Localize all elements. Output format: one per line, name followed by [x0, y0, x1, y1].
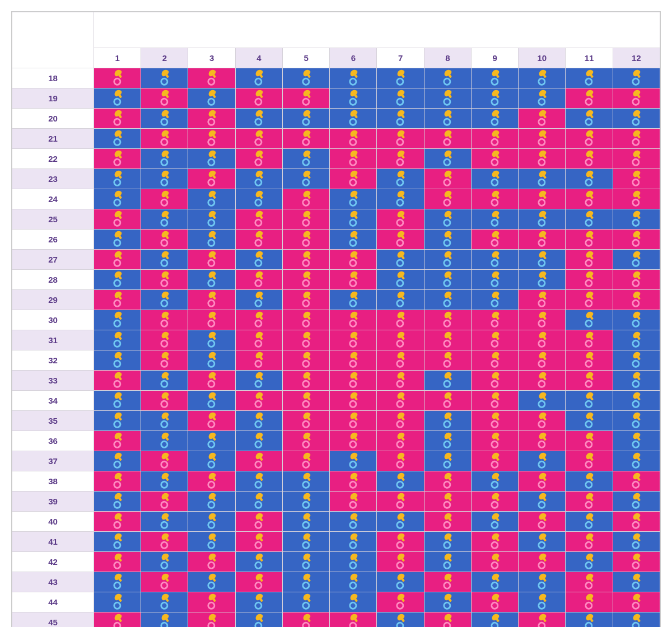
- chart-cell: [471, 149, 518, 169]
- chart-cell: [188, 471, 235, 492]
- pacifier-icon: [532, 571, 552, 590]
- chart-cell: [188, 431, 235, 451]
- pacifier-icon: [249, 228, 269, 247]
- chart-cell: [188, 371, 235, 391]
- header-spacer-row: [12, 12, 660, 48]
- pacifier-icon: [202, 349, 222, 368]
- table-row: 22: [12, 149, 660, 169]
- chart-cell: [424, 371, 471, 391]
- pacifier-icon: [438, 128, 458, 147]
- pacifier-icon: [296, 390, 316, 409]
- chart-cell: [471, 532, 518, 552]
- pacifier-icon: [155, 369, 175, 389]
- pacifier-icon: [202, 188, 222, 207]
- chart-cell: [188, 209, 235, 230]
- chart-cell: [566, 552, 613, 572]
- chart-cell: [235, 471, 282, 492]
- pacifier-icon: [485, 369, 505, 389]
- chart-cell: [613, 250, 660, 270]
- chart-cell: [613, 149, 660, 169]
- chart-cell: [94, 290, 141, 310]
- chart-cell: [471, 350, 518, 371]
- pacifier-icon: [108, 470, 128, 489]
- chart-cell: [282, 612, 329, 628]
- chart-cell: [282, 391, 329, 411]
- pacifier-icon: [485, 148, 505, 167]
- chart-cell: [330, 330, 377, 350]
- pacifier-icon: [202, 591, 222, 610]
- pacifier-icon: [296, 309, 316, 328]
- row-header: 43: [12, 572, 94, 592]
- pacifier-icon: [155, 87, 175, 106]
- row-header: 20: [12, 109, 94, 129]
- chart-cell: [377, 88, 424, 109]
- pacifier-icon: [249, 490, 269, 509]
- table-row: 40: [12, 512, 660, 532]
- pacifier-icon: [438, 329, 458, 348]
- chart-cell: [471, 411, 518, 431]
- pacifier-icon: [249, 410, 269, 429]
- pacifier-icon: [249, 470, 269, 489]
- pacifier-icon: [249, 511, 269, 530]
- chart-cell: [424, 572, 471, 592]
- pacifier-icon: [627, 531, 647, 550]
- chart-cell: [424, 411, 471, 431]
- chart-cell: [330, 290, 377, 310]
- pacifier-icon: [390, 148, 410, 167]
- table-row: 36: [12, 431, 660, 451]
- pacifier-icon: [343, 249, 363, 268]
- pacifier-icon: [438, 269, 458, 288]
- pacifier-icon: [485, 188, 505, 207]
- pacifier-icon: [343, 329, 363, 348]
- chart-cell: [94, 350, 141, 371]
- chart-cell: [94, 209, 141, 230]
- chart-cell: [330, 471, 377, 492]
- chart-cell: [471, 431, 518, 451]
- pacifier-icon: [579, 249, 599, 268]
- chart-cell: [330, 209, 377, 230]
- pacifier-icon: [155, 289, 175, 308]
- chart-cell: [471, 471, 518, 492]
- chart-cell: [235, 169, 282, 189]
- pacifier-icon: [108, 430, 128, 449]
- chart-cell: [330, 310, 377, 330]
- pacifier-icon: [485, 571, 505, 590]
- chart-cell: [330, 88, 377, 109]
- pacifier-icon: [108, 611, 128, 627]
- chart-cell: [613, 350, 660, 371]
- chart-cell: [377, 411, 424, 431]
- pacifier-icon: [579, 611, 599, 627]
- pacifier-icon: [296, 87, 316, 106]
- pacifier-icon: [249, 249, 269, 268]
- pacifier-icon: [155, 329, 175, 348]
- pacifier-icon: [155, 228, 175, 247]
- chart-cell: [94, 169, 141, 189]
- chart-cell: [282, 250, 329, 270]
- chart-cell: [330, 411, 377, 431]
- chart-cell: [613, 270, 660, 290]
- pacifier-icon: [485, 128, 505, 147]
- chart-cell: [377, 471, 424, 492]
- chart-cell: [330, 371, 377, 391]
- chart-cell: [566, 209, 613, 230]
- pacifier-icon: [202, 269, 222, 288]
- chart-cell: [94, 230, 141, 250]
- chart-cell: [566, 572, 613, 592]
- chart-cell: [566, 411, 613, 431]
- chart-cell: [377, 350, 424, 371]
- pacifier-icon: [249, 208, 269, 227]
- chart-cell: [94, 532, 141, 552]
- chart-cell: [188, 250, 235, 270]
- chart-cell: [566, 149, 613, 169]
- pacifier-icon: [627, 349, 647, 368]
- row-header: 34: [12, 391, 94, 411]
- pacifier-icon: [296, 591, 316, 610]
- pacifier-icon: [390, 490, 410, 509]
- row-header: 32: [12, 350, 94, 371]
- row-header: 45: [12, 612, 94, 628]
- chart-cell: [330, 532, 377, 552]
- chart-cell: [235, 209, 282, 230]
- chart-cell: [330, 129, 377, 149]
- pacifier-icon: [296, 571, 316, 590]
- pacifier-icon: [532, 470, 552, 489]
